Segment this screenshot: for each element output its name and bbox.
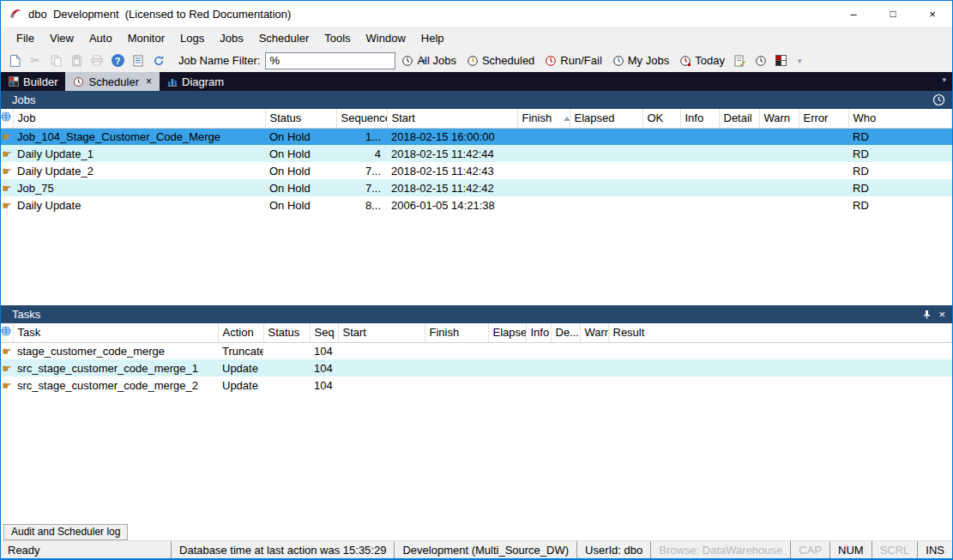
job-error-cell: [799, 162, 848, 179]
close-button[interactable]: ×: [913, 1, 952, 27]
refresh-button[interactable]: [149, 51, 168, 70]
column-header-seq[interactable]: Seq: [310, 323, 338, 342]
close-panel-icon[interactable]: ×: [938, 308, 945, 321]
menu-auto[interactable]: Auto: [81, 28, 120, 48]
cut-button[interactable]: ✂: [26, 51, 45, 70]
column-header-warn[interactable]: Warn: [580, 323, 608, 342]
column-header-start[interactable]: Start: [387, 109, 517, 128]
menu-logs[interactable]: Logs: [172, 28, 212, 48]
tab-builder[interactable]: Builder: [1, 72, 65, 91]
tab-builder-label: Builder: [23, 75, 57, 88]
run-fail-button[interactable]: Run/Fail: [540, 51, 606, 70]
column-header-status[interactable]: Status: [263, 323, 310, 342]
job-sequence-cell: 8...: [336, 196, 387, 214]
column-header-elapsed[interactable]: Elapsed: [570, 109, 642, 128]
column-header-start[interactable]: Start: [338, 323, 425, 342]
maximize-button[interactable]: □: [873, 1, 913, 27]
job-error-cell: [799, 196, 848, 214]
column-header-info[interactable]: Info: [526, 323, 551, 342]
task-row[interactable]: ☛ src_stage_customer_code_merge_2 Update…: [1, 376, 952, 394]
column-header-ok[interactable]: OK: [642, 109, 680, 128]
column-header-action[interactable]: Action: [218, 323, 263, 342]
tab-overflow-icon[interactable]: ▾: [942, 75, 946, 84]
scheduled-label: Scheduled: [482, 54, 534, 67]
column-header-info[interactable]: Info: [680, 109, 719, 128]
menu-window[interactable]: Window: [359, 28, 413, 48]
scheduler-view-button[interactable]: [751, 51, 770, 70]
builder-icon: [9, 76, 19, 87]
report-button[interactable]: [731, 51, 750, 70]
print-button[interactable]: [87, 51, 106, 70]
status-db-time: Database time at last action was 15:35:2…: [171, 541, 394, 558]
column-header-result[interactable]: Result: [608, 323, 952, 342]
on-hold-hand-icon: ☛: [1, 342, 13, 359]
job-sequence-cell: 4: [336, 145, 387, 162]
column-header-finish[interactable]: Finish: [517, 109, 570, 128]
tab-diagram[interactable]: Diagram: [160, 72, 232, 91]
menu-view[interactable]: View: [42, 28, 81, 48]
job-name-filter-label: Job Name Filter:: [178, 54, 260, 67]
tab-close-icon[interactable]: ×: [146, 75, 152, 87]
column-header-warn[interactable]: Warn: [759, 109, 799, 128]
job-row[interactable]: ☛ Daily Update_1 On Hold 4 2018-02-15 11…: [1, 145, 952, 162]
column-header-sequence[interactable]: Sequence: [336, 109, 387, 128]
task-start-cell: [338, 359, 425, 376]
tasks-panel-title: Tasks: [12, 308, 40, 321]
column-header-finish[interactable]: Finish: [425, 323, 488, 342]
task-row[interactable]: ☛ stage_customer_code_merge Truncate 104: [1, 342, 952, 359]
column-header-task[interactable]: Task: [13, 323, 218, 342]
job-detail-cell: [719, 128, 759, 145]
tab-scheduler[interactable]: Scheduler ×: [65, 72, 160, 91]
toolbar-overflow-icon[interactable]: ▾: [794, 57, 805, 65]
column-header-who[interactable]: Who: [848, 109, 952, 128]
menu-file[interactable]: File: [9, 28, 42, 48]
today-label: Today: [695, 54, 725, 67]
job-row[interactable]: ☛ Daily Update_2 On Hold 7... 2018-02-15…: [1, 162, 952, 179]
column-header-status[interactable]: Status: [265, 109, 336, 128]
job-row[interactable]: ☛ Daily Update On Hold 8... 2006-01-05 1…: [1, 196, 952, 214]
row-icon-column-header[interactable]: [1, 323, 13, 342]
tasks-empty-area: [1, 394, 952, 524]
menu-jobs[interactable]: Jobs: [212, 28, 250, 48]
minimize-button[interactable]: –: [834, 1, 873, 27]
job-row[interactable]: ☛ Job_104_Stage_Customer_Code_Merge On H…: [1, 128, 952, 145]
job-row[interactable]: ☛ Job_75 On Hold 7... 2018-02-15 11:42:4…: [1, 179, 952, 196]
audit-scheduler-log-tab[interactable]: Audit and Scheduler log: [3, 524, 128, 540]
status-browse-connection: Browse: DataWarehouse: [650, 541, 790, 558]
menu-scheduler[interactable]: Scheduler: [251, 28, 317, 48]
on-hold-hand-icon: ☛: [1, 196, 13, 214]
all-jobs-button[interactable]: All Jobs: [397, 51, 461, 70]
task-start-cell: [338, 342, 425, 359]
bottom-dock-tabstrip: Audit and Scheduler log: [1, 524, 952, 540]
status-insert-indicator: INS: [917, 541, 952, 558]
column-header-detail[interactable]: Detail: [719, 109, 759, 128]
all-jobs-label: All Jobs: [417, 54, 456, 67]
my-jobs-clock-icon: [612, 55, 624, 67]
my-jobs-button[interactable]: My Jobs: [608, 51, 673, 70]
column-header-detail[interactable]: De...: [551, 323, 580, 342]
copy-button[interactable]: [46, 51, 65, 70]
new-document-button[interactable]: [5, 51, 24, 70]
menu-bar: File View Auto Monitor Logs Jobs Schedul…: [1, 27, 952, 49]
pin-icon[interactable]: [923, 310, 931, 320]
row-icon-column-header[interactable]: [1, 109, 13, 128]
job-elapsed-cell: [570, 128, 642, 145]
audit-log-button[interactable]: [129, 51, 148, 70]
column-header-elapsed[interactable]: Elapsed: [488, 323, 526, 342]
menu-tools[interactable]: Tools: [317, 28, 358, 48]
job-finish-cell: [517, 179, 570, 196]
task-row[interactable]: ☛ src_stage_customer_code_merge_1 Update…: [1, 359, 952, 376]
help-button[interactable]: ?: [108, 51, 127, 70]
log-page-icon: [133, 55, 143, 67]
column-header-job[interactable]: Job: [13, 109, 265, 128]
job-name-filter-combobox[interactable]: ▾: [265, 52, 395, 69]
jobs-empty-area: [1, 214, 952, 305]
menu-monitor[interactable]: Monitor: [120, 28, 172, 48]
paste-button[interactable]: [67, 51, 86, 70]
builder-view-button[interactable]: [772, 51, 791, 70]
on-hold-hand-icon: ☛: [1, 128, 13, 145]
scheduled-button[interactable]: Scheduled: [462, 51, 539, 70]
menu-help[interactable]: Help: [413, 28, 452, 48]
column-header-error[interactable]: Error: [799, 109, 848, 128]
today-button[interactable]: Today: [675, 51, 729, 70]
